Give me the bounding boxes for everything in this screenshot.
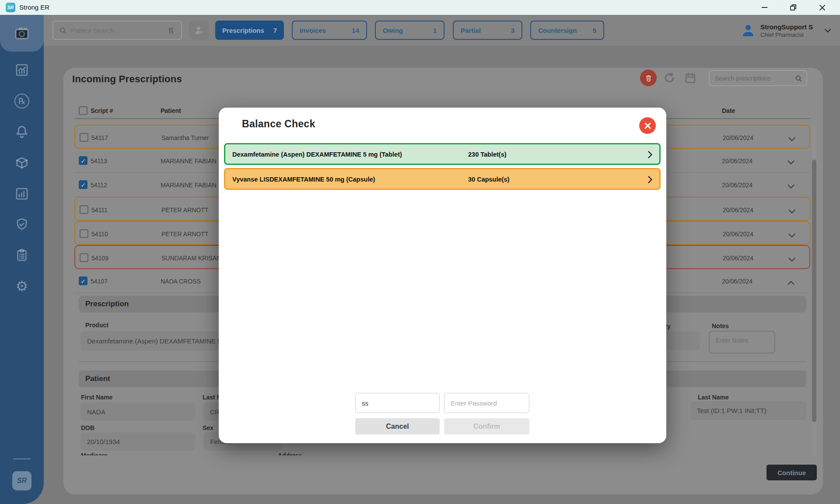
row-expander[interactable] (788, 232, 795, 239)
notes-input[interactable] (710, 332, 774, 353)
refresh-button[interactable] (661, 70, 678, 86)
tab-invoices[interactable]: Invoices 14 (292, 21, 367, 40)
row-date: 20/06/2024 (722, 158, 752, 164)
minimize-button[interactable] (758, 1, 771, 14)
balance-row-qty: 30 Capsule(s) (468, 176, 509, 183)
row-date: 20/06/2024 (723, 206, 753, 214)
modal-close-button[interactable] (639, 117, 656, 134)
header-script: Script # (91, 107, 113, 114)
password-input[interactable] (444, 393, 529, 413)
add-patient-button[interactable] (189, 21, 209, 40)
row-expander[interactable] (788, 208, 795, 215)
delete-button[interactable] (640, 70, 657, 86)
scrollbar-track[interactable] (812, 125, 816, 456)
sidebar-item-settings[interactable]: ⚙ (0, 276, 44, 296)
row-checkbox[interactable] (80, 253, 88, 262)
close-window-button[interactable] (816, 1, 829, 14)
tab-countersign[interactable]: Countersign 5 (530, 21, 604, 40)
select-all-checkbox[interactable] (79, 106, 88, 115)
pharmacist-last-name-field[interactable]: Test (ID:1 PW:1 INit;TT) (690, 401, 806, 420)
medicare-label: Medicare (81, 452, 108, 455)
tab-prescriptions[interactable]: Prescriptions 7 (215, 21, 284, 40)
row-checkbox[interactable] (79, 276, 88, 285)
row-expander[interactable] (788, 136, 795, 143)
sidebar-item-camera[interactable] (0, 15, 44, 52)
chevron-down-icon (788, 210, 795, 214)
tab-owing[interactable]: Owing 1 (375, 21, 444, 40)
dob-field[interactable]: 20/10/1934 (80, 432, 196, 451)
restore-icon (790, 4, 797, 11)
modal-title: Balance Check (242, 118, 315, 130)
sidebar-item-compliance[interactable] (0, 215, 44, 234)
user-role: Chief Pharmacist (760, 32, 813, 38)
tab-label: Owing (383, 27, 403, 34)
row-expander[interactable] (788, 159, 794, 166)
close-icon (819, 4, 826, 11)
chevron-down-icon (824, 28, 831, 33)
row-expander[interactable] (788, 256, 795, 263)
restore-button[interactable] (787, 1, 800, 14)
sidebar-item-prescriptions[interactable]: ℞ (0, 91, 44, 111)
scrollbar-thumb[interactable] (812, 160, 816, 422)
row-checkbox[interactable] (80, 229, 88, 238)
sidebar-item-notifications[interactable] (0, 122, 44, 142)
tab-label: Invoices (300, 27, 326, 34)
tab-count: 1 (433, 27, 437, 34)
row-script: 54113 (91, 158, 107, 164)
notes-label: Notes (712, 322, 729, 329)
balance-row[interactable]: Dexamfetamine (Aspen) DEXAMFETAMINE 5 mg… (224, 143, 661, 165)
tab-count: 7 (273, 27, 277, 34)
tab-partial[interactable]: Partial 3 (453, 21, 522, 40)
sidebar-item-reports[interactable] (0, 184, 44, 203)
dob-label: DOB (81, 424, 94, 431)
filter-sliders-icon[interactable] (166, 26, 176, 35)
row-checkbox[interactable] (80, 133, 88, 142)
page-title: Incoming Prescriptions (72, 74, 182, 85)
sidebar-item-stock[interactable] (0, 153, 44, 172)
sidebar-brand-logo[interactable]: SR (12, 471, 32, 490)
row-date: 20/06/2024 (723, 231, 753, 238)
initials-input[interactable] (355, 393, 440, 413)
bar-chart-icon (15, 187, 29, 201)
gear-icon: ⚙ (16, 279, 28, 293)
first-name-field[interactable]: NADA (80, 402, 196, 421)
tab-count: 3 (511, 27, 514, 34)
balance-check-modal: Balance Check Dexamfetamine (Aspen) DEXA… (219, 108, 666, 443)
calendar-button[interactable] (682, 70, 699, 86)
prescriptions-search-input[interactable] (715, 72, 789, 84)
sex-label: Sex (203, 424, 214, 431)
package-box-icon (14, 155, 29, 170)
user-menu[interactable]: StrongSupport S Chief Pharmacist (740, 19, 831, 42)
pharmacist-last-name-label: Last Name (698, 394, 729, 401)
chevron-down-icon (788, 185, 794, 189)
chevron-right-icon (648, 151, 652, 158)
cancel-button[interactable]: Cancel (355, 418, 440, 434)
app-logo-text: SR (7, 5, 14, 10)
row-checkbox[interactable] (79, 156, 88, 165)
continue-button[interactable]: Continue (766, 465, 817, 480)
chevron-down-icon (788, 161, 794, 164)
tab-label: Prescriptions (222, 27, 264, 34)
row-patient: MARIANNE FABIAN (161, 182, 217, 189)
address-label: Address (278, 452, 302, 455)
row-checkbox[interactable] (80, 205, 88, 214)
rx-icon: ℞ (14, 94, 29, 108)
shield-check-icon (15, 217, 29, 232)
confirm-button[interactable]: Confirm (444, 418, 529, 434)
chevron-down-icon (788, 137, 795, 141)
header-patient: Patient (161, 107, 181, 114)
row-date: 20/06/2024 (723, 134, 753, 141)
clipboard-list-icon (15, 248, 28, 262)
sidebar-item-orders[interactable] (0, 245, 44, 265)
person-add-icon (193, 24, 205, 36)
balance-row[interactable]: Vyvanse LISDEXAMFETAMINE 50 mg (Capsule)… (224, 168, 661, 190)
chevron-down-icon (788, 234, 795, 238)
row-expander[interactable] (788, 279, 794, 286)
patient-search-input[interactable] (71, 22, 163, 38)
row-patient: MARIANNE FABIAN (161, 158, 217, 164)
row-expander[interactable] (788, 183, 794, 190)
search-icon[interactable] (794, 74, 803, 83)
sidebar-item-analytics[interactable] (0, 60, 44, 80)
row-script: 54107 (91, 278, 108, 285)
row-checkbox[interactable] (79, 180, 88, 189)
